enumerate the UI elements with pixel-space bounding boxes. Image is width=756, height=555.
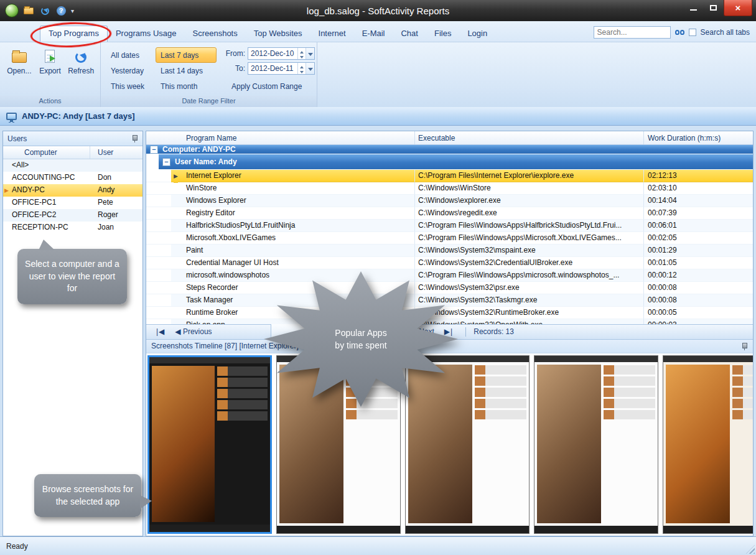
user-row[interactable]: ▶ ACCOUNTING-PC Don bbox=[3, 172, 142, 184]
search-all-tabs-checkbox[interactable] bbox=[689, 29, 696, 36]
pin-icon[interactable] bbox=[131, 134, 138, 142]
open-label: Open... bbox=[7, 67, 31, 75]
to-date-spinner[interactable] bbox=[297, 63, 306, 74]
date-preset-button[interactable]: Last 14 days bbox=[156, 63, 217, 78]
duration-column-header[interactable]: Work Duration (h:m:s) bbox=[644, 131, 753, 144]
user-cell bbox=[90, 159, 142, 172]
spin-down-icon[interactable] bbox=[298, 54, 306, 59]
date-preset-button[interactable]: Last 7 days bbox=[156, 47, 217, 63]
duration-cell: 00:01:29 bbox=[644, 245, 753, 257]
ribbon-tab[interactable]: Screenshots bbox=[184, 26, 245, 42]
qat-customize-icon[interactable]: ▾ bbox=[71, 7, 74, 14]
from-date-dropdown-icon[interactable] bbox=[306, 48, 314, 59]
duration-cell: 00:14:04 bbox=[644, 195, 753, 207]
ribbon-tab[interactable]: E-Mail bbox=[354, 26, 393, 42]
program-name-cell: Microsoft.XboxLIVEGames bbox=[171, 232, 415, 245]
resize-grip[interactable] bbox=[746, 545, 755, 554]
ribbon-tab[interactable]: Top Programs bbox=[40, 26, 108, 42]
open-button[interactable]: Open... bbox=[4, 47, 34, 96]
thumbnail-main-image bbox=[666, 365, 730, 524]
executable-cell: C:\Program Files\Internet Explorer\iexpl… bbox=[415, 170, 644, 182]
duration-cell: 00:01:05 bbox=[644, 257, 753, 269]
table-row[interactable]: ▶ Credential Manager UI Host C:\Windows\… bbox=[146, 257, 753, 269]
program-name-cell: WinStore bbox=[171, 182, 415, 195]
thumbnail-page-footer bbox=[149, 525, 270, 532]
ribbon-tab[interactable]: Login bbox=[459, 26, 495, 42]
collapse-icon[interactable]: − bbox=[162, 158, 170, 166]
duration-cell: 00:00:08 bbox=[644, 294, 753, 307]
collapse-icon[interactable]: − bbox=[150, 146, 158, 154]
quick-access-toolbar: ? ▾ bbox=[0, 4, 74, 17]
refresh-label: Refresh bbox=[68, 67, 94, 75]
export-button[interactable]: Export bbox=[35, 47, 65, 96]
screenshot-thumbnail[interactable] bbox=[534, 355, 658, 534]
ribbon-tab[interactable]: Top Websites bbox=[246, 26, 310, 42]
close-button[interactable]: × bbox=[724, 0, 752, 16]
from-date-picker[interactable]: 2012-Dec-10 bbox=[248, 47, 315, 60]
popular-apps-line2: by time spent bbox=[335, 339, 386, 352]
apply-custom-range-button[interactable]: Apply Custom Range bbox=[228, 81, 306, 92]
to-date-picker[interactable]: 2012-Dec-11 bbox=[248, 62, 315, 75]
binoculars-search-icon[interactable] bbox=[675, 30, 684, 35]
window-controls: × bbox=[684, 0, 752, 16]
minimize-button[interactable] bbox=[684, 0, 702, 15]
program-name-column-header[interactable]: Program Name bbox=[146, 131, 415, 144]
ribbon-tab[interactable]: Chat bbox=[393, 26, 426, 42]
duration-cell: 00:00:08 bbox=[644, 282, 753, 294]
table-row[interactable]: ▶ Microsoft.XboxLIVEGames C:\Program Fil… bbox=[146, 232, 753, 245]
group-row-computer[interactable]: − Computer: ANDY-PC bbox=[146, 145, 753, 154]
users-table-header: Computer User bbox=[3, 146, 142, 159]
ribbon-tab[interactable]: Programs Usage bbox=[108, 26, 185, 42]
refresh-button[interactable]: Refresh bbox=[66, 47, 96, 96]
group-row-user[interactable]: − User Name: Andy bbox=[159, 154, 753, 169]
user-row[interactable]: ▶ OFFICE-PC2 Roger bbox=[3, 209, 142, 222]
help-icon[interactable]: ? bbox=[55, 5, 67, 16]
to-date-dropdown-icon[interactable] bbox=[306, 63, 314, 74]
screenshot-thumbnail[interactable] bbox=[663, 355, 753, 534]
executable-column-header[interactable]: Executable bbox=[415, 131, 644, 144]
program-name-cell: HalfbrickStudiosPtyLtd.FruitNinja bbox=[171, 220, 415, 232]
from-label: From: bbox=[223, 49, 245, 58]
maximize-button[interactable] bbox=[704, 0, 722, 15]
thumbnail-page-body bbox=[663, 362, 753, 526]
executable-cell: C:\Windows\System32\CredentialUIBroker.e… bbox=[415, 257, 644, 269]
from-date-spinner[interactable] bbox=[297, 48, 306, 59]
user-row[interactable]: ▶ RECEPTION-PC Joan bbox=[3, 222, 142, 234]
table-row[interactable]: ▶ Paint C:\Windows\System32\mspaint.exe … bbox=[146, 245, 753, 257]
callout-browse-screenshots: Browse screenshots for the selected app bbox=[34, 474, 141, 517]
spin-up-icon[interactable] bbox=[298, 48, 306, 54]
spin-up-icon[interactable] bbox=[298, 63, 306, 68]
date-preset-button[interactable]: All dates bbox=[106, 47, 154, 63]
search-input[interactable] bbox=[594, 26, 671, 39]
date-preset-button[interactable]: This week bbox=[106, 78, 154, 94]
open-file-icon[interactable] bbox=[22, 5, 35, 16]
computer-cell: OFFICE-PC2 bbox=[3, 209, 90, 222]
date-preset-button[interactable]: Yesterday bbox=[106, 63, 154, 78]
duration-cell: 00:00:05 bbox=[644, 307, 753, 319]
computer-column-header[interactable]: Computer bbox=[3, 146, 90, 159]
table-row[interactable]: ▶ Windows Explorer C:\Windows\explorer.e… bbox=[146, 195, 753, 207]
user-column-header[interactable]: User bbox=[90, 146, 142, 159]
user-row[interactable]: ▶ OFFICE-PC1 Pete bbox=[3, 197, 142, 209]
report-title: ANDY-PC: Andy [Last 7 days] bbox=[22, 111, 135, 121]
first-page-button[interactable]: |◀ bbox=[151, 327, 170, 336]
question-icon: ? bbox=[57, 6, 66, 16]
previous-page-button[interactable]: ◀ Previous bbox=[170, 327, 217, 336]
refresh-icon[interactable] bbox=[39, 5, 51, 16]
ribbon-tab[interactable]: Files bbox=[426, 26, 459, 42]
screenshot-thumbnail[interactable] bbox=[147, 355, 272, 534]
spin-down-icon[interactable] bbox=[298, 68, 306, 74]
app-logo-icon[interactable] bbox=[5, 4, 19, 17]
table-row[interactable]: ▶ HalfbrickStudiosPtyLtd.FruitNinja C:\P… bbox=[146, 220, 753, 232]
export-label: Export bbox=[39, 67, 61, 75]
table-row[interactable]: ▶ Registry Editor C:\Windows\regedit.exe… bbox=[146, 207, 753, 220]
maximize-icon bbox=[710, 5, 717, 11]
table-row[interactable]: ▶ WinStore C:\Windows\WinStore 02:03:10 bbox=[146, 182, 753, 195]
pin-icon[interactable] bbox=[741, 342, 748, 350]
table-row[interactable]: ▶ Internet Explorer C:\Program Files\Int… bbox=[146, 170, 753, 182]
date-preset-button[interactable]: This month bbox=[156, 78, 217, 94]
user-row[interactable]: ▶ ANDY-PC Andy bbox=[3, 184, 142, 197]
ribbon-tab[interactable]: Internet bbox=[310, 26, 354, 42]
user-row[interactable]: ▶ <All> bbox=[3, 159, 142, 172]
computer-cell: ANDY-PC bbox=[3, 184, 90, 197]
